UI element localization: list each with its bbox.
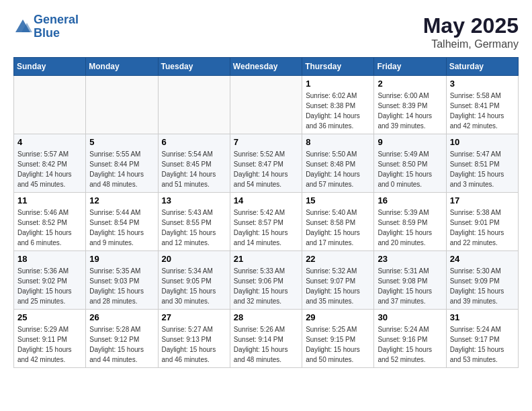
- day-info: Sunrise: 5:36 AM Sunset: 9:02 PM Dayligh…: [17, 266, 82, 306]
- calendar-header: SundayMondayTuesdayWednesdayThursdayFrid…: [14, 58, 519, 76]
- calendar-cell: 22Sunrise: 5:32 AM Sunset: 9:07 PM Dayli…: [302, 251, 374, 310]
- calendar-cell: 10Sunrise: 5:47 AM Sunset: 8:51 PM Dayli…: [446, 134, 518, 193]
- day-info: Sunrise: 5:28 AM Sunset: 9:12 PM Dayligh…: [89, 324, 154, 365]
- day-number: 5: [89, 137, 154, 147]
- month-title: May 2025: [423, 13, 519, 38]
- day-number: 9: [378, 137, 442, 147]
- day-info: Sunrise: 5:38 AM Sunset: 9:01 PM Dayligh…: [450, 208, 515, 248]
- day-info: Sunrise: 5:52 AM Sunset: 8:47 PM Dayligh…: [234, 149, 298, 189]
- weekday-header: Tuesday: [158, 58, 230, 76]
- calendar-cell: [230, 76, 302, 134]
- calendar-cell: 29Sunrise: 5:25 AM Sunset: 9:15 PM Dayli…: [302, 310, 374, 368]
- calendar-cell: 27Sunrise: 5:27 AM Sunset: 9:13 PM Dayli…: [158, 310, 230, 368]
- day-info: Sunrise: 5:27 AM Sunset: 9:13 PM Dayligh…: [162, 324, 226, 365]
- location: Talheim, Germany: [423, 38, 519, 50]
- day-number: 28: [234, 312, 298, 322]
- logo-icon: [13, 17, 32, 36]
- day-number: 25: [17, 312, 82, 322]
- day-info: Sunrise: 5:30 AM Sunset: 9:09 PM Dayligh…: [450, 266, 515, 306]
- calendar-cell: 6Sunrise: 5:54 AM Sunset: 8:45 PM Daylig…: [158, 134, 230, 193]
- day-number: 15: [306, 195, 370, 205]
- calendar-cell: 15Sunrise: 5:40 AM Sunset: 8:58 PM Dayli…: [302, 193, 374, 251]
- day-info: Sunrise: 5:42 AM Sunset: 8:57 PM Dayligh…: [234, 208, 298, 248]
- calendar-cell: 31Sunrise: 5:24 AM Sunset: 9:17 PM Dayli…: [446, 310, 518, 368]
- calendar-cell: 28Sunrise: 5:26 AM Sunset: 9:14 PM Dayli…: [230, 310, 302, 368]
- day-number: 10: [450, 137, 515, 147]
- day-number: 16: [378, 195, 442, 205]
- day-info: Sunrise: 5:24 AM Sunset: 9:17 PM Dayligh…: [450, 324, 515, 365]
- calendar-cell: 16Sunrise: 5:39 AM Sunset: 8:59 PM Dayli…: [374, 193, 446, 251]
- calendar-body: 1Sunrise: 6:02 AM Sunset: 8:38 PM Daylig…: [14, 76, 519, 368]
- day-info: Sunrise: 5:57 AM Sunset: 8:42 PM Dayligh…: [17, 149, 82, 189]
- calendar-cell: 13Sunrise: 5:43 AM Sunset: 8:55 PM Dayli…: [158, 193, 230, 251]
- weekday-row: SundayMondayTuesdayWednesdayThursdayFrid…: [14, 58, 519, 76]
- calendar-cell: 21Sunrise: 5:33 AM Sunset: 9:06 PM Dayli…: [230, 251, 302, 310]
- day-number: 17: [450, 195, 515, 205]
- calendar-cell: 2Sunrise: 6:00 AM Sunset: 8:39 PM Daylig…: [374, 76, 446, 134]
- day-number: 1: [306, 79, 370, 89]
- day-info: Sunrise: 5:40 AM Sunset: 8:58 PM Dayligh…: [306, 208, 370, 248]
- calendar-cell: 18Sunrise: 5:36 AM Sunset: 9:02 PM Dayli…: [14, 251, 86, 310]
- calendar-cell: 7Sunrise: 5:52 AM Sunset: 8:47 PM Daylig…: [230, 134, 302, 193]
- day-number: 7: [234, 137, 298, 147]
- calendar-cell: 12Sunrise: 5:44 AM Sunset: 8:54 PM Dayli…: [86, 193, 158, 251]
- logo-general: General: [34, 13, 79, 26]
- logo-text: General Blue: [34, 13, 79, 40]
- calendar-cell: 1Sunrise: 6:02 AM Sunset: 8:38 PM Daylig…: [302, 76, 374, 134]
- calendar-cell: 30Sunrise: 5:24 AM Sunset: 9:16 PM Dayli…: [374, 310, 446, 368]
- calendar-cell: 19Sunrise: 5:35 AM Sunset: 9:03 PM Dayli…: [86, 251, 158, 310]
- weekday-header: Saturday: [446, 58, 518, 76]
- calendar-cell: 11Sunrise: 5:46 AM Sunset: 8:52 PM Dayli…: [14, 193, 86, 251]
- day-info: Sunrise: 5:35 AM Sunset: 9:03 PM Dayligh…: [89, 266, 154, 306]
- page-header: General Blue May 2025 Talheim, Germany: [13, 13, 519, 50]
- calendar-week-row: 18Sunrise: 5:36 AM Sunset: 9:02 PM Dayli…: [14, 251, 519, 310]
- day-number: 4: [17, 137, 82, 147]
- calendar-cell: 5Sunrise: 5:55 AM Sunset: 8:44 PM Daylig…: [86, 134, 158, 193]
- day-info: Sunrise: 5:58 AM Sunset: 8:41 PM Dayligh…: [450, 91, 515, 131]
- day-info: Sunrise: 5:47 AM Sunset: 8:51 PM Dayligh…: [450, 149, 515, 189]
- calendar-cell: [14, 76, 86, 134]
- weekday-header: Sunday: [14, 58, 86, 76]
- day-info: Sunrise: 5:24 AM Sunset: 9:16 PM Dayligh…: [378, 324, 442, 365]
- day-number: 19: [89, 254, 154, 264]
- weekday-header: Thursday: [302, 58, 374, 76]
- day-info: Sunrise: 5:29 AM Sunset: 9:11 PM Dayligh…: [17, 324, 82, 365]
- day-info: Sunrise: 5:49 AM Sunset: 8:50 PM Dayligh…: [378, 149, 442, 189]
- day-info: Sunrise: 5:46 AM Sunset: 8:52 PM Dayligh…: [17, 208, 82, 248]
- day-number: 30: [378, 312, 442, 322]
- calendar-cell: 24Sunrise: 5:30 AM Sunset: 9:09 PM Dayli…: [446, 251, 518, 310]
- day-number: 20: [162, 254, 226, 264]
- calendar-cell: 17Sunrise: 5:38 AM Sunset: 9:01 PM Dayli…: [446, 193, 518, 251]
- day-info: Sunrise: 5:55 AM Sunset: 8:44 PM Dayligh…: [89, 149, 154, 189]
- title-block: May 2025 Talheim, Germany: [423, 13, 519, 50]
- calendar-cell: [86, 76, 158, 134]
- calendar-cell: [158, 76, 230, 134]
- weekday-header: Wednesday: [230, 58, 302, 76]
- day-number: 26: [89, 312, 154, 322]
- day-number: 2: [378, 79, 442, 89]
- day-info: Sunrise: 6:02 AM Sunset: 8:38 PM Dayligh…: [306, 91, 370, 131]
- logo-blue: Blue: [34, 26, 60, 40]
- day-info: Sunrise: 5:43 AM Sunset: 8:55 PM Dayligh…: [162, 208, 226, 248]
- day-info: Sunrise: 5:26 AM Sunset: 9:14 PM Dayligh…: [234, 324, 298, 365]
- weekday-header: Monday: [86, 58, 158, 76]
- day-number: 14: [234, 195, 298, 205]
- day-info: Sunrise: 5:39 AM Sunset: 8:59 PM Dayligh…: [378, 208, 442, 248]
- day-number: 29: [306, 312, 370, 322]
- day-number: 11: [17, 195, 82, 205]
- day-number: 23: [378, 254, 442, 264]
- day-number: 18: [17, 254, 82, 264]
- day-number: 22: [306, 254, 370, 264]
- day-number: 12: [89, 195, 154, 205]
- calendar-cell: 8Sunrise: 5:50 AM Sunset: 8:48 PM Daylig…: [302, 134, 374, 193]
- calendar-table: SundayMondayTuesdayWednesdayThursdayFrid…: [13, 57, 519, 368]
- day-number: 31: [450, 312, 515, 322]
- calendar-week-row: 4Sunrise: 5:57 AM Sunset: 8:42 PM Daylig…: [14, 134, 519, 193]
- calendar-cell: 25Sunrise: 5:29 AM Sunset: 9:11 PM Dayli…: [14, 310, 86, 368]
- day-number: 24: [450, 254, 515, 264]
- day-number: 8: [306, 137, 370, 147]
- day-info: Sunrise: 5:50 AM Sunset: 8:48 PM Dayligh…: [306, 149, 370, 189]
- logo: General Blue: [13, 13, 79, 40]
- calendar-cell: 9Sunrise: 5:49 AM Sunset: 8:50 PM Daylig…: [374, 134, 446, 193]
- day-number: 6: [162, 137, 226, 147]
